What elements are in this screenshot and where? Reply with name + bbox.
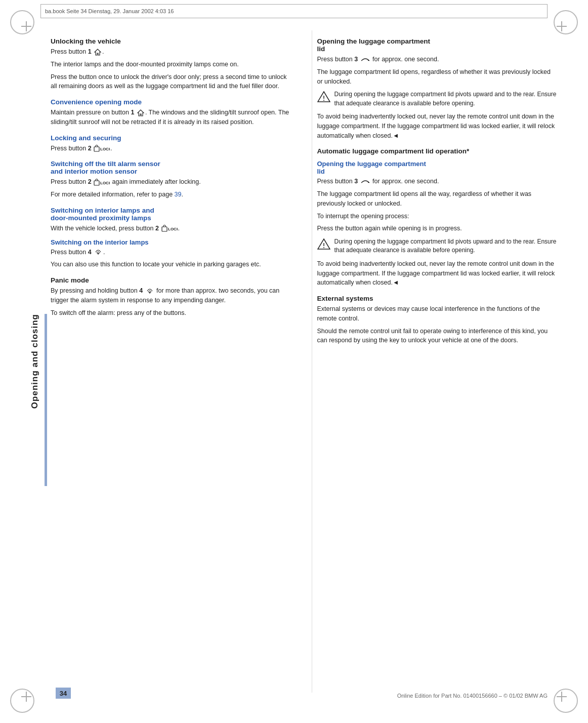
unlocking-para1: Press button 1 . — [51, 47, 291, 57]
signal-icon-2 — [145, 287, 154, 296]
home-icon-1 — [94, 48, 102, 56]
heading-convenience: Convenience opening mode — [51, 98, 291, 106]
tilt-para2: For more detailed information, refer to … — [51, 190, 291, 199]
heading-tilt: Switching off the tilt alarm sensorand i… — [51, 160, 291, 175]
heading-auto-luggage: Automatic luggage compartment lid operat… — [317, 147, 558, 155]
heading-unlocking: Unlocking the vehicle — [51, 37, 291, 45]
home-icon-2 — [137, 109, 145, 117]
svg-rect-0 — [94, 147, 99, 151]
convenience-para1: Maintain pressure on button 1 . The wind… — [51, 108, 291, 127]
switch-interior-para1: Press button 4 . — [51, 248, 291, 257]
locking-para1: Press button 2 LOCK . — [51, 144, 291, 153]
note-box-2: During opening the luggage compartment l… — [317, 237, 558, 255]
external-para2: Should the remote control unit fail to o… — [317, 327, 558, 346]
svg-text:LOCK: LOCK — [100, 181, 110, 185]
luggage1-para2: The luggage compartment lid opens, regar… — [317, 67, 558, 87]
main-content: Unlocking the vehicle Press button 1 . T… — [51, 30, 558, 693]
footer-text: Online Edition for Part No. 01400156660 … — [397, 693, 548, 699]
heading-switch-interior: Switching on the interior lamps — [51, 238, 291, 246]
svg-rect-4 — [162, 227, 167, 231]
svg-text:LOCK: LOCK — [168, 227, 178, 231]
switch-interior-para2: You can also use this function to locate… — [51, 260, 291, 269]
note1-text: During opening the luggage compartment l… — [334, 90, 558, 108]
note-icon-1 — [317, 90, 330, 103]
luggage2-para5: To avoid being inadvertently locked out,… — [317, 259, 558, 288]
heading-luggage2: Opening the luggage compartmentlid — [317, 160, 558, 175]
panic-para2: To switch off the alarm: press any of th… — [51, 308, 291, 318]
tilt-para1: Press button 2 LOCK again immediately af… — [51, 177, 291, 187]
interior-lamps-para1: With the vehicle locked, press button 2 … — [51, 224, 291, 233]
note2-text: During opening the luggage compartment l… — [334, 237, 558, 255]
heading-interior-lamps: Switching on interior lamps anddoor-moun… — [51, 207, 291, 222]
luggage2-para3: To interrupt the opening process: — [317, 212, 558, 221]
luggage2-para2: The luggage compartment lid opens all th… — [317, 189, 558, 209]
trunk-icon-2 — [360, 178, 370, 186]
unlocking-para3: Press the button once to unlock the driv… — [51, 72, 291, 92]
heading-external: External systems — [317, 295, 558, 302]
lock-icon-3: LOCK — [161, 224, 178, 232]
luggage2-para4: Press the button again while opening is … — [317, 224, 558, 233]
corner-mark-bl — [20, 691, 32, 703]
svg-text:LOCK: LOCK — [100, 147, 110, 151]
heading-panic: Panic mode — [51, 276, 291, 284]
note-box-1: During opening the luggage compartment l… — [317, 90, 558, 108]
top-bar-text: ba.book Seite 34 Dienstag, 29. Januar 20… — [45, 8, 174, 14]
luggage2-para1: Press button 3 for approx. one second. — [317, 177, 558, 186]
left-column: Unlocking the vehicle Press button 1 . T… — [51, 30, 297, 693]
top-bar: ba.book Seite 34 Dienstag, 29. Januar 20… — [40, 4, 548, 18]
heading-locking: Locking and securing — [51, 134, 291, 142]
luggage1-para1: Press button 3 for approx. one second. — [317, 55, 558, 64]
external-para1: External systems or devices may cause lo… — [317, 304, 558, 324]
note-icon-2 — [317, 237, 330, 251]
svg-point-11 — [323, 247, 324, 248]
right-column: Opening the luggage compartmentlid Press… — [312, 30, 558, 693]
page-number: 34 — [56, 688, 71, 699]
lock-icon-2: LOCK — [94, 178, 110, 186]
signal-icon-1 — [94, 248, 103, 257]
sidebar: Opening and closing — [28, 41, 42, 682]
lock-icon-1: LOCK — [94, 144, 110, 152]
sidebar-label: Opening and closing — [30, 314, 40, 409]
luggage1-para3: To avoid being inadvertently locked out,… — [317, 112, 558, 140]
svg-rect-2 — [94, 181, 99, 185]
trunk-icon-1 — [360, 56, 370, 64]
sidebar-accent-bar — [45, 314, 47, 486]
svg-point-8 — [323, 100, 324, 101]
heading-luggage1: Opening the luggage compartmentlid — [317, 37, 558, 53]
corner-mark-tl — [20, 20, 32, 32]
panic-para1: By pressing and holding button 4 for mor… — [51, 286, 291, 305]
unlocking-para2: The interior lamps and the door-mounted … — [51, 60, 291, 69]
